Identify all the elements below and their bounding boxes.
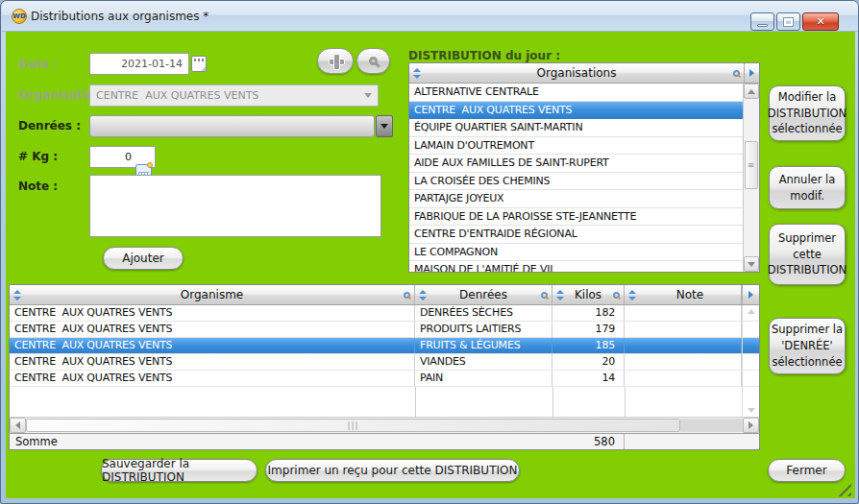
list-item[interactable]: ALTERNATIVE CENTRALE [409,84,743,102]
list-item[interactable]: LA CROISÉE DES CHEMINS [409,173,743,191]
scroll-thumb[interactable]: ||| [26,419,680,432]
annuler-modif-button[interactable]: Annuler la modif. [769,166,846,209]
magnifier-icon[interactable] [541,292,548,299]
header-expand-arrow-icon[interactable] [744,63,759,83]
table-row[interactable]: CENTRE AUX QUATRES VENTSDENRÉES SÈCHES 1… [10,305,759,322]
titlebar[interactable]: WD Distributions aux organismes * ✕ [2,1,859,32]
sort-arrows-icon[interactable] [555,290,564,300]
table-row[interactable]: CENTRE AUX QUATRES VENTSPAIN 14 [10,371,759,387]
scroll-up-icon[interactable] [748,309,755,314]
magnifier-icon[interactable] [404,292,410,299]
table-horizontal-scrollbar[interactable]: ||| [10,417,759,433]
scroll-down-icon[interactable] [748,408,755,413]
distribution-list: Organisations ALTERNATIVE CENTRALE CENTR… [408,62,760,273]
list-item[interactable]: CENTRE D'ENTRAIDE RÉGIONAL [409,226,743,244]
sort-arrows-icon[interactable] [418,290,427,300]
scroll-up-button[interactable] [744,84,759,99]
chevron-down-icon [380,124,388,129]
distribution-table: Organisme Denrées Kilos Note CENTRE AUX [9,284,760,450]
summary-total: 580 [552,434,625,449]
list-item[interactable]: ÉQUIPE QUARTIER SAINT-MARTIN [409,119,743,137]
minimize-icon [757,24,768,27]
imprimer-recu-button[interactable]: Imprimer un reçu pour cette DISTRIBUTION [265,459,520,482]
table-header-row: Organisme Denrées Kilos Note [10,285,759,305]
kilos-column-header[interactable]: Kilos [552,285,625,304]
fermer-button[interactable]: Fermer [768,459,846,482]
table-row[interactable]: CENTRE AUX QUATRES VENTSPRODUITS LAITIER… [10,322,759,338]
summary-label: Somme [10,434,415,449]
list-item[interactable]: PARTAJGE JOYEUX [409,190,743,208]
organisme-column-header[interactable]: Organisme [10,285,415,304]
kg-label: # Kg : [18,150,58,163]
list-item[interactable]: LE COMPAGNON [409,244,743,262]
denrees-label: Denrées : [18,119,81,132]
table-row-selected[interactable]: CENTRE AUX QUATRES VENTSFRUITS & LÉGUMES… [10,338,759,354]
note-label: Note : [18,180,58,193]
app-window: WD Distributions aux organismes * ✕ Date… [0,0,859,504]
modifier-distribution-button[interactable]: Modifier la DISTRIBUTION sélectionnée [769,85,846,141]
distribution-list-body: ALTERNATIVE CENTRALE CENTRE AUX QUATRES … [409,84,743,272]
minimize-button[interactable] [750,12,774,31]
sort-arrows-icon[interactable] [12,290,21,300]
scroll-right-button[interactable] [743,418,759,433]
search-icon [369,57,378,65]
maximize-button[interactable] [776,12,800,31]
list-item[interactable]: LAMAIN D'OUTREMONT [409,137,743,156]
ajouter-button[interactable]: Ajouter [103,247,184,270]
list-vertical-scrollbar[interactable]: ≡ [743,84,759,272]
note-textarea[interactable] [89,175,381,237]
close-button[interactable]: ✕ [802,12,839,31]
list-item[interactable]: FABRIQUE DE LA PAROISSE STE-JEANNETTE [409,208,743,227]
chevron-down-icon [364,93,372,98]
supprimer-denree-button[interactable]: Supprimer la 'DENRÉE' sélectionnée [769,318,846,374]
grip-icon: ||| [347,420,358,430]
find-record-button[interactable] [356,48,390,74]
table-vertical-scrollbar[interactable] [742,305,759,417]
denrees-dropdown-button[interactable] [376,115,393,137]
calendar-icon[interactable] [191,56,207,72]
scroll-thumb[interactable]: ≡ [745,141,758,189]
organisations-column-header[interactable]: Organisations [424,66,729,80]
table-row[interactable]: CENTRE AUX QUATRES VENTSVIANDES 20 [10,354,759,371]
sauvegarder-distribution-button[interactable]: Sauvegarder la DISTRIBUTION [101,459,258,482]
date-input[interactable]: 2021-01-14 [89,53,189,75]
distribution-list-title: DISTRIBUTION du jour : [408,49,560,62]
denrees-combobox[interactable] [89,115,375,137]
sort-arrows-icon[interactable] [627,290,636,300]
table-body: CENTRE AUX QUATRES VENTSDENRÉES SÈCHES 1… [10,305,759,417]
summary-row: Somme 580 [10,433,759,449]
scroll-down-button[interactable] [744,256,759,272]
supprimer-distribution-button[interactable]: Supprimer cette DISTRIBUTION [769,224,846,285]
organisation-combobox[interactable]: CENTRE AUX QUATRES VENTS [89,84,379,107]
denrees-column-header[interactable]: Denrées [415,285,552,304]
header-expand-arrow-icon[interactable] [742,285,758,304]
app-icon: WD [12,9,27,24]
sort-arrows-icon[interactable] [412,68,421,79]
plus-icon [329,54,343,68]
scroll-left-button[interactable] [10,418,26,433]
add-record-button[interactable] [317,48,354,74]
window-title: Distributions aux organismes * [31,10,209,23]
magnifier-icon[interactable] [733,70,740,77]
magnifier-icon[interactable] [613,292,620,299]
close-icon: ✕ [816,15,824,28]
distribution-list-header[interactable]: Organisations [409,63,759,84]
list-item[interactable]: MAISON DE L'AMITIÉ DE VIL [409,261,743,272]
date-label: Date : [18,58,58,71]
grip-icon: ≡ [748,160,756,170]
maximize-icon [784,18,793,26]
note-column-header[interactable]: Note [625,285,742,304]
scroll-track-remainder[interactable] [680,419,743,432]
list-item-selected[interactable]: CENTRE AUX QUATRES VENTS [409,102,743,120]
list-item[interactable]: AIDE AUX FAMILLES DE SAINT-RUPERT [409,155,743,173]
